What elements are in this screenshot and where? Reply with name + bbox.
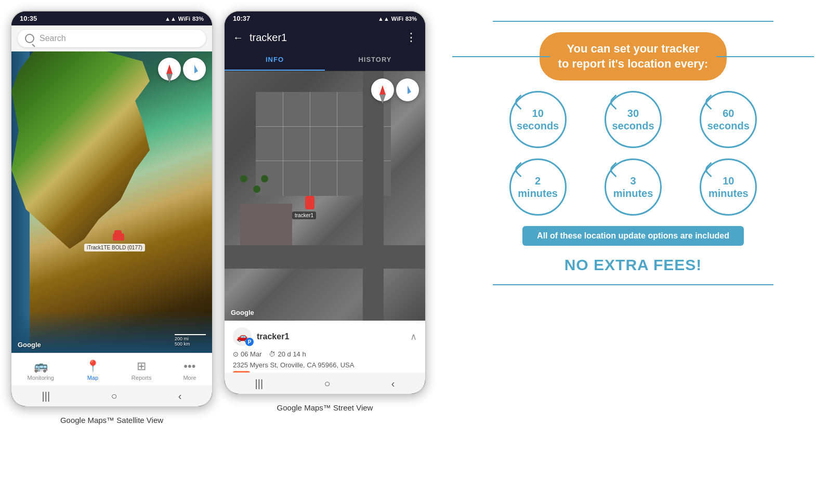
p-badge: P [245, 338, 254, 346]
circle-10sec: 10 seconds [498, 91, 578, 148]
more-icon: ••• [183, 360, 195, 373]
info-panel: 🚗 P tracker1 ∧ ⊙ 06 Mar ⏱ 20 d 14 h [225, 321, 425, 373]
phone1-container: 10:35 ▲▲ WiFi 83% Search [10, 10, 213, 425]
tree-2 [253, 185, 260, 193]
home-bar2-circle-icon: ○ [324, 378, 330, 390]
tab-info[interactable]: INFO [225, 49, 325, 71]
reports-icon: ⊞ [137, 360, 146, 373]
circle-text-10sec: 10 seconds [517, 107, 559, 132]
ocean-bottom [11, 311, 212, 353]
circle-text-60sec: 60 seconds [707, 107, 750, 132]
aerial-tracker-label: tracker1 [292, 211, 316, 219]
car-marker [113, 233, 123, 244]
notice-banner: All of these location update options are… [522, 226, 744, 246]
circle-outer-2min: 2 minutes [509, 158, 567, 216]
timer-icon: ⏱ [269, 350, 275, 358]
phone1-bottom-nav: 🚌 Monitoring 📍 Map ⊞ Reports ••• More [11, 353, 212, 385]
search-placeholder: Search [40, 34, 66, 43]
search-bar-area: Search [11, 25, 212, 51]
circle-outer-10sec: 10 seconds [509, 91, 567, 148]
compass-button[interactable] [158, 58, 181, 81]
location-button[interactable] [183, 58, 206, 81]
phone2-time: 10:37 [233, 15, 250, 22]
phone2-container: 10:37 ▲▲ WiFi 83% ← tracker1 ⋮ INFO HIST… [224, 10, 426, 412]
battery-icon: 83% [192, 16, 204, 22]
circle-60sec: 60 seconds [689, 91, 768, 148]
info-meta-row: ⊙ 06 Mar ⏱ 20 d 14 h [233, 350, 417, 358]
aerial-google-watermark: Google [231, 309, 254, 316]
wifi2-icon: WiFi [391, 16, 403, 22]
menu-dots-button[interactable]: ⋮ [405, 31, 417, 44]
road-horizontal [225, 245, 425, 269]
compass-needle-icon [166, 64, 173, 74]
circle-text-10min: 10 minutes [708, 175, 749, 200]
tracker-icon-wrapper: 🚗 P [233, 327, 252, 346]
tracker-label: iTrack1TE BOLD (0177) [84, 244, 145, 251]
clock-icon: ⊙ [233, 350, 239, 358]
meta-duration: ⏱ 20 d 14 h [269, 350, 306, 358]
signal2-icon: ▲▲ [378, 16, 389, 22]
tabs-bar: INFO HISTORY [225, 49, 425, 71]
phone1-map-area[interactable]: iTrack1TE BOLD (0177) Google 200 mi 500 … [11, 51, 212, 353]
circle-outer-30sec: 30 seconds [605, 91, 662, 148]
phone2-header: ← tracker1 ⋮ [225, 25, 425, 49]
aerial-map: tracker1 Google [225, 71, 425, 321]
satellite-map: iTrack1TE BOLD (0177) Google 200 mi 500 … [11, 51, 212, 353]
phone2-caption: Google Maps™ Street View [277, 403, 373, 412]
circle-30sec: 30 seconds [593, 91, 673, 148]
phone2-map-area[interactable]: tracker1 Google 🚗 P [225, 71, 425, 373]
building [240, 204, 292, 245]
tree-1 [240, 175, 247, 182]
home-bar-1: ||| ○ ‹ [11, 385, 212, 406]
no-fees-text: NO EXTRA FEES! [565, 256, 702, 274]
circle-outer-3min: 3 minutes [605, 158, 662, 216]
search-icon [25, 34, 34, 43]
search-bar[interactable]: Search [18, 30, 206, 47]
chevron-up-icon[interactable]: ∧ [410, 331, 417, 342]
map-icon: 📍 [86, 360, 100, 373]
wifi-icon: WiFi [178, 16, 190, 22]
teal-line-bottom [493, 284, 773, 285]
home-bar-back-icon: ‹ [178, 390, 182, 402]
tracker-title: tracker1 [250, 32, 399, 44]
phone2-status-icons: ▲▲ WiFi 83% [378, 16, 417, 22]
aerial-compass-button[interactable] [371, 78, 394, 101]
home-bar2-lines-icon: ||| [255, 378, 264, 390]
battery2-icon: 83% [405, 16, 417, 22]
info-banner-text: You can set your trackerto report it's l… [558, 42, 708, 71]
scale-line [175, 334, 206, 335]
circles-grid: 10 seconds 30 seconds 60 seconds [498, 91, 768, 216]
phone1-caption: Google Maps™ Satellite View [60, 416, 163, 425]
aerial-location-button[interactable] [396, 78, 419, 101]
banner-wrapper: You can set your trackerto report it's l… [452, 32, 814, 81]
info-header-row: 🚗 P tracker1 ∧ [233, 327, 417, 346]
monitoring-label: Monitoring [28, 375, 54, 381]
nav-monitoring[interactable]: 🚌 Monitoring [22, 357, 59, 383]
nav-map[interactable]: 📍 Map [81, 357, 105, 383]
info-address: 2325 Myers St, Oroville, CA 95966, USA [233, 361, 417, 369]
reports-label: Reports [132, 375, 152, 381]
phone1-status-bar: 10:35 ▲▲ WiFi 83% [11, 11, 212, 25]
tab-history[interactable]: HISTORY [325, 49, 425, 71]
home-bar-lines-icon: ||| [42, 390, 50, 402]
phone2-status-bar: 10:37 ▲▲ WiFi 83% [225, 11, 425, 25]
north-america-continent [11, 51, 157, 249]
info-tracker-name: tracker1 [257, 332, 289, 341]
info-duration: 20 d 14 h [278, 350, 306, 358]
phone2-frame: 10:37 ▲▲ WiFi 83% ← tracker1 ⋮ INFO HIST… [224, 10, 426, 395]
meta-date: ⊙ 06 Mar [233, 350, 261, 358]
circle-10min: 10 minutes [689, 158, 768, 216]
back-button[interactable]: ← [233, 32, 243, 44]
teal-line-top [493, 21, 773, 22]
circle-outer-10min: 10 minutes [700, 158, 757, 216]
nav-reports[interactable]: ⊞ Reports [126, 357, 157, 383]
circle-text-3min: 3 minutes [613, 175, 653, 200]
phone1-frame: 10:35 ▲▲ WiFi 83% Search [10, 10, 213, 407]
tree-3 [261, 175, 268, 182]
aerial-car-marker [305, 196, 314, 209]
info-date: 06 Mar [241, 350, 261, 358]
aerial-compass-needle-icon [379, 85, 386, 95]
nav-more[interactable]: ••• More [178, 357, 201, 383]
google-watermark: Google [18, 341, 41, 349]
signal-icon: ▲▲ [165, 16, 176, 22]
